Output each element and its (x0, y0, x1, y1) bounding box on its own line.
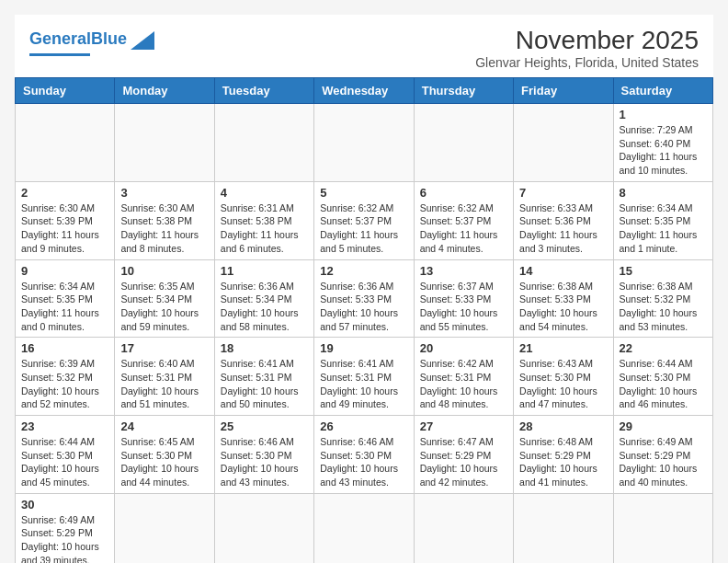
day-number: 16 (21, 341, 108, 355)
day-number: 8 (620, 186, 707, 200)
day-number: 28 (519, 419, 607, 433)
day-info: Sunrise: 6:30 AM Sunset: 5:38 PM Dayligh… (120, 201, 208, 256)
day-info: Sunrise: 6:32 AM Sunset: 5:37 PM Dayligh… (320, 201, 407, 256)
logo-underline (29, 53, 90, 56)
day-info: Sunrise: 6:48 AM Sunset: 5:29 PM Dayligh… (519, 435, 607, 489)
calendar-day-cell (314, 104, 414, 182)
day-info: Sunrise: 6:47 AM Sunset: 5:29 PM Dayligh… (420, 435, 507, 489)
header: GeneralBlue November 2025 Glenvar Height… (15, 15, 713, 77)
calendar-day-cell: 28Sunrise: 6:48 AM Sunset: 5:29 PM Dayli… (514, 416, 613, 494)
day-info: Sunrise: 6:45 AM Sunset: 5:30 PM Dayligh… (120, 435, 208, 489)
calendar-day-cell (414, 104, 513, 182)
calendar-week-row: 1Sunrise: 7:29 AM Sunset: 6:40 PM Daylig… (16, 104, 713, 182)
calendar-day-cell: 2Sunrise: 6:30 AM Sunset: 5:39 PM Daylig… (16, 181, 115, 259)
calendar-page: GeneralBlue November 2025 Glenvar Height… (15, 15, 713, 563)
calendar-day-cell: 13Sunrise: 6:37 AM Sunset: 5:33 PM Dayli… (414, 259, 513, 338)
day-number: 22 (620, 341, 707, 355)
day-info: Sunrise: 6:33 AM Sunset: 5:36 PM Dayligh… (519, 201, 607, 256)
day-number: 7 (519, 186, 607, 200)
calendar-day-cell: 15Sunrise: 6:38 AM Sunset: 5:32 PM Dayli… (613, 259, 712, 338)
calendar-week-row: 2Sunrise: 6:30 AM Sunset: 5:39 PM Daylig… (16, 181, 713, 259)
calendar-day-cell: 6Sunrise: 6:32 AM Sunset: 5:37 PM Daylig… (414, 181, 513, 259)
day-number: 26 (320, 419, 407, 433)
day-number: 17 (120, 341, 208, 355)
day-number: 15 (620, 264, 707, 278)
calendar-day-cell: 4Sunrise: 6:31 AM Sunset: 5:38 PM Daylig… (214, 181, 313, 259)
calendar-day-cell (414, 493, 513, 563)
calendar-day-cell (115, 493, 214, 563)
day-number: 27 (420, 419, 507, 433)
day-info: Sunrise: 6:36 AM Sunset: 5:34 PM Dayligh… (221, 280, 308, 334)
day-number: 25 (221, 419, 308, 433)
day-number: 30 (21, 498, 108, 511)
day-info: Sunrise: 6:43 AM Sunset: 5:30 PM Dayligh… (519, 357, 607, 411)
day-info: Sunrise: 6:44 AM Sunset: 5:30 PM Dayligh… (21, 435, 108, 489)
calendar-day-cell: 16Sunrise: 6:39 AM Sunset: 5:32 PM Dayli… (16, 338, 115, 416)
day-info: Sunrise: 7:29 AM Sunset: 6:40 PM Dayligh… (620, 123, 707, 178)
day-number: 9 (21, 264, 108, 278)
calendar-day-cell (314, 493, 414, 563)
day-number: 6 (420, 186, 507, 200)
calendar-day-header: Tuesday (214, 78, 313, 104)
day-info: Sunrise: 6:41 AM Sunset: 5:31 PM Dayligh… (221, 357, 308, 411)
calendar-day-header: Friday (514, 78, 613, 104)
logo-triangle-icon (129, 28, 156, 52)
calendar-day-cell: 30Sunrise: 6:49 AM Sunset: 5:29 PM Dayli… (16, 493, 115, 563)
calendar-day-cell (214, 104, 313, 182)
calendar-day-cell: 8Sunrise: 6:34 AM Sunset: 5:35 PM Daylig… (613, 181, 712, 259)
calendar-day-cell (214, 493, 313, 563)
svg-marker-0 (131, 31, 154, 50)
calendar-day-cell: 1Sunrise: 7:29 AM Sunset: 6:40 PM Daylig… (613, 104, 712, 182)
logo-general: General (29, 29, 91, 48)
day-number: 23 (21, 419, 108, 433)
day-info: Sunrise: 6:30 AM Sunset: 5:39 PM Dayligh… (21, 201, 108, 256)
day-info: Sunrise: 6:49 AM Sunset: 5:29 PM Dayligh… (21, 513, 108, 563)
calendar-day-cell: 22Sunrise: 6:44 AM Sunset: 5:30 PM Dayli… (613, 338, 712, 416)
calendar-day-cell: 14Sunrise: 6:38 AM Sunset: 5:33 PM Dayli… (514, 259, 613, 338)
calendar-day-cell (16, 104, 115, 182)
day-number: 13 (420, 264, 507, 278)
calendar-day-cell: 18Sunrise: 6:41 AM Sunset: 5:31 PM Dayli… (214, 338, 313, 416)
calendar-day-cell: 3Sunrise: 6:30 AM Sunset: 5:38 PM Daylig… (115, 181, 214, 259)
calendar-day-cell (514, 493, 613, 563)
day-info: Sunrise: 6:46 AM Sunset: 5:30 PM Dayligh… (320, 435, 407, 489)
day-number: 24 (120, 419, 208, 433)
day-number: 21 (519, 341, 607, 355)
calendar-week-row: 16Sunrise: 6:39 AM Sunset: 5:32 PM Dayli… (16, 338, 713, 416)
calendar-week-row: 23Sunrise: 6:44 AM Sunset: 5:30 PM Dayli… (16, 416, 713, 494)
day-number: 29 (620, 419, 707, 433)
day-info: Sunrise: 6:36 AM Sunset: 5:33 PM Dayligh… (320, 280, 407, 334)
day-info: Sunrise: 6:42 AM Sunset: 5:31 PM Dayligh… (420, 357, 507, 411)
day-number: 2 (21, 186, 108, 200)
calendar-day-cell: 21Sunrise: 6:43 AM Sunset: 5:30 PM Dayli… (514, 338, 613, 416)
day-number: 5 (320, 186, 407, 200)
calendar-day-header: Wednesday (314, 78, 414, 104)
day-info: Sunrise: 6:35 AM Sunset: 5:34 PM Dayligh… (120, 280, 208, 334)
calendar-day-cell: 27Sunrise: 6:47 AM Sunset: 5:29 PM Dayli… (414, 416, 513, 494)
calendar-day-cell: 7Sunrise: 6:33 AM Sunset: 5:36 PM Daylig… (514, 181, 613, 259)
logo-blue: Blue (91, 29, 127, 48)
day-number: 18 (221, 341, 308, 355)
day-info: Sunrise: 6:34 AM Sunset: 5:35 PM Dayligh… (21, 280, 108, 334)
calendar-day-cell: 12Sunrise: 6:36 AM Sunset: 5:33 PM Dayli… (314, 259, 414, 338)
day-number: 10 (120, 264, 208, 278)
calendar-day-cell: 17Sunrise: 6:40 AM Sunset: 5:31 PM Dayli… (115, 338, 214, 416)
calendar-day-cell: 5Sunrise: 6:32 AM Sunset: 5:37 PM Daylig… (314, 181, 414, 259)
day-number: 4 (221, 186, 308, 200)
calendar-day-cell: 24Sunrise: 6:45 AM Sunset: 5:30 PM Dayli… (115, 416, 214, 494)
title-block: November 2025 Glenvar Heights, Florida, … (475, 26, 699, 70)
calendar-header-row: SundayMondayTuesdayWednesdayThursdayFrid… (16, 78, 713, 104)
calendar-day-header: Thursday (414, 78, 513, 104)
calendar-day-cell (115, 104, 214, 182)
day-number: 11 (221, 264, 308, 278)
calendar-day-cell: 29Sunrise: 6:49 AM Sunset: 5:29 PM Dayli… (613, 416, 712, 494)
day-info: Sunrise: 6:37 AM Sunset: 5:33 PM Dayligh… (420, 280, 507, 334)
calendar-table: SundayMondayTuesdayWednesdayThursdayFrid… (15, 77, 713, 563)
day-info: Sunrise: 6:38 AM Sunset: 5:33 PM Dayligh… (519, 280, 607, 334)
calendar-day-cell (613, 493, 712, 563)
day-number: 19 (320, 341, 407, 355)
day-number: 14 (519, 264, 607, 278)
day-number: 3 (120, 186, 208, 200)
calendar-week-row: 30Sunrise: 6:49 AM Sunset: 5:29 PM Dayli… (16, 493, 713, 563)
day-number: 12 (320, 264, 407, 278)
